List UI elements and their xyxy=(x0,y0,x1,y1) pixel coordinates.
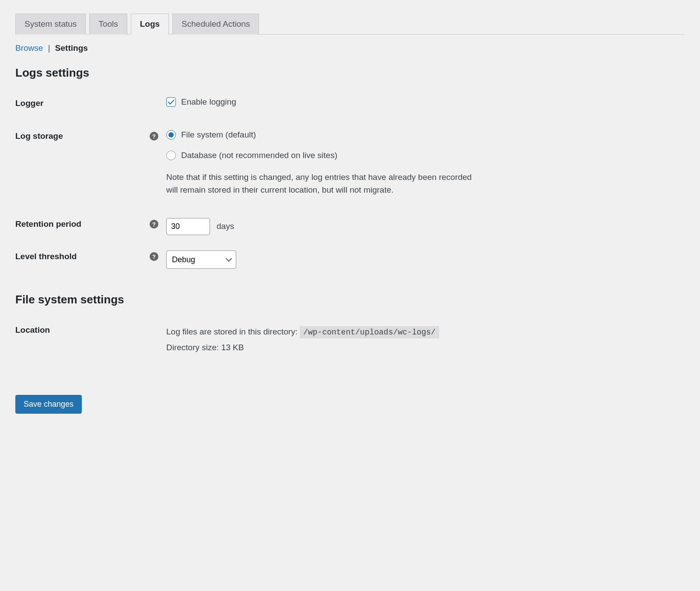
enable-logging-checkbox[interactable] xyxy=(166,97,176,107)
row-threshold: Level threshold ? Debug xyxy=(15,250,685,269)
row-logger: Logger Enable logging xyxy=(15,97,685,108)
label-log-storage: Log storage xyxy=(15,131,63,141)
retention-unit: days xyxy=(217,222,234,231)
subnav-browse-link[interactable]: Browse xyxy=(15,43,43,53)
storage-database-wrap[interactable]: Database (not recommended on live sites) xyxy=(166,151,685,160)
threshold-select-wrap: Debug xyxy=(166,250,236,269)
row-location: Location Log files are stored in this di… xyxy=(15,324,685,355)
label-logger: Logger xyxy=(15,98,43,108)
tab-system-status[interactable]: System status xyxy=(15,14,86,35)
directory-size: Directory size: 13 KB xyxy=(166,340,685,355)
threshold-select[interactable]: Debug xyxy=(166,250,236,269)
help-icon[interactable]: ? xyxy=(150,220,158,229)
save-changes-button[interactable]: Save changes xyxy=(15,395,82,414)
storage-database-radio[interactable] xyxy=(166,151,176,160)
tabs-nav: System status Tools Logs Scheduled Actio… xyxy=(15,13,685,35)
row-log-storage: Log storage ? File system (default) Data… xyxy=(15,130,685,196)
help-icon[interactable]: ? xyxy=(150,132,158,141)
subnav-settings-current: Settings xyxy=(55,43,88,53)
storage-file-system-radio[interactable] xyxy=(166,130,176,140)
heading-file-system-settings: File system settings xyxy=(15,293,685,306)
tab-scheduled-actions[interactable]: Scheduled Actions xyxy=(172,14,259,35)
retention-input[interactable] xyxy=(166,218,210,235)
location-path: /wp-content/uploads/wc-logs/ xyxy=(300,326,439,338)
tab-logs[interactable]: Logs xyxy=(131,14,169,35)
storage-note: Note that if this setting is changed, an… xyxy=(166,171,481,196)
tab-tools[interactable]: Tools xyxy=(89,14,127,35)
heading-logs-settings: Logs settings xyxy=(15,66,685,80)
enable-logging-label: Enable logging xyxy=(181,97,236,107)
storage-file-system-label: File system (default) xyxy=(181,130,256,140)
subnav: Browse | Settings xyxy=(15,43,685,53)
storage-file-system-wrap[interactable]: File system (default) xyxy=(166,130,685,140)
subnav-separator: | xyxy=(48,43,50,53)
help-icon[interactable]: ? xyxy=(150,252,158,261)
label-threshold: Level threshold xyxy=(15,252,77,261)
label-retention: Retention period xyxy=(15,219,81,229)
storage-database-label: Database (not recommended on live sites) xyxy=(181,151,337,160)
label-location: Location xyxy=(15,325,50,335)
location-intro: Log files are stored in this directory: xyxy=(166,327,300,336)
enable-logging-wrap[interactable]: Enable logging xyxy=(166,97,685,107)
row-retention: Retention period ? days xyxy=(15,218,685,235)
